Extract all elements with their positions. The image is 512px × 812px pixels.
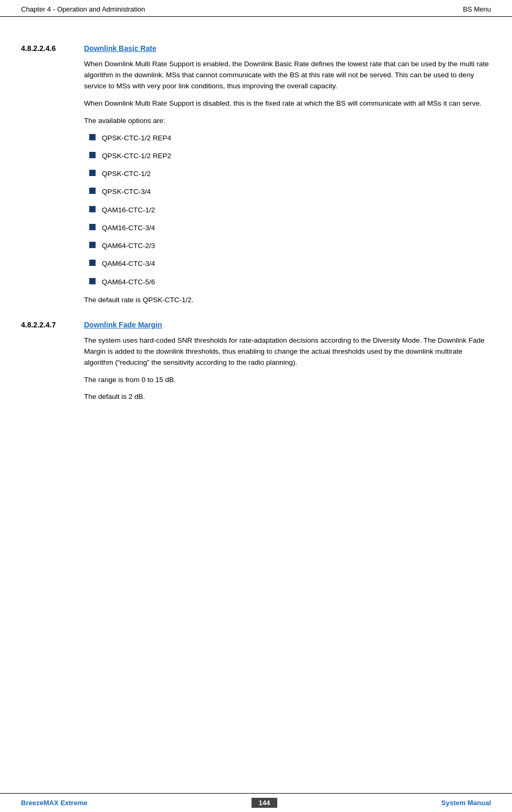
page-header: Chapter 4 - Operation and Administration… — [0, 0, 512, 17]
section-body-4822247: The system uses hard-coded SNR threshold… — [84, 335, 491, 403]
bullet-icon — [89, 242, 96, 248]
list-item: QAM64-CTC-3/4 — [89, 259, 491, 269]
section-number-4822247: 4.8.2.2.4.7 — [21, 321, 74, 329]
list-item: QPSK-CTC-3/4 — [89, 187, 491, 197]
page-content: 4.8.2.2.4.6 Downlink Basic Rate When Dow… — [0, 17, 512, 441]
bullet-list-4822246: QPSK-CTC-1/2 REP4 QPSK-CTC-1/2 REP2 QPSK… — [89, 133, 491, 287]
header-right: BS Menu — [463, 5, 491, 13]
list-item: QAM16-CTC-1/2 — [89, 205, 491, 215]
list-item: QAM16-CTC-3/4 — [89, 223, 491, 233]
section-247-para-2: The range is from 0 to 15 dB. — [84, 375, 491, 386]
footer-page-number: 144 — [252, 798, 278, 808]
footer-right: System Manual — [441, 799, 491, 807]
list-item: QPSK-CTC-1/2 REP2 — [89, 151, 491, 161]
section-para-2: When Downlink Multi Rate Support is disa… — [84, 98, 491, 109]
bullet-icon — [89, 224, 96, 230]
section-title-4822246: Downlink Basic Rate — [84, 44, 156, 53]
section-number-4822246: 4.8.2.2.4.6 — [21, 44, 74, 53]
bullet-icon — [89, 260, 96, 266]
section-heading-4822247: 4.8.2.2.4.7 Downlink Fade Margin — [21, 321, 491, 329]
list-item: QAM64-CTC-5/6 — [89, 277, 491, 287]
bullet-icon — [89, 152, 96, 158]
list-item: QPSK-CTC-1/2 REP4 — [89, 133, 491, 143]
list-item: QPSK-CTC-1/2 — [89, 169, 491, 179]
bullet-icon — [89, 170, 96, 176]
list-item: QAM64-CTC-2/3 — [89, 241, 491, 251]
bullet-icon — [89, 188, 96, 194]
section-body-4822246: When Downlink Multi Rate Support is enab… — [84, 59, 491, 306]
section-footer-text: The default rate is QPSK-CTC-1/2. — [84, 295, 491, 306]
section-heading-4822246: 4.8.2.2.4.6 Downlink Basic Rate — [21, 44, 491, 53]
section-247-para-3: The default is 2 dB. — [84, 392, 491, 403]
section-title-4822247: Downlink Fade Margin — [84, 321, 162, 329]
footer-left: BreezeMAX Extreme — [21, 799, 87, 807]
section-para-1: When Downlink Multi Rate Support is enab… — [84, 59, 491, 92]
section-247-para-1: The system uses hard-coded SNR threshold… — [84, 335, 491, 368]
bullet-icon — [89, 134, 96, 140]
page-footer: BreezeMAX Extreme 144 System Manual — [0, 793, 512, 812]
bullet-icon — [89, 206, 96, 212]
header-left: Chapter 4 - Operation and Administration — [21, 5, 145, 13]
bullet-icon — [89, 278, 96, 284]
section-para-3: The available options are: — [84, 116, 491, 127]
